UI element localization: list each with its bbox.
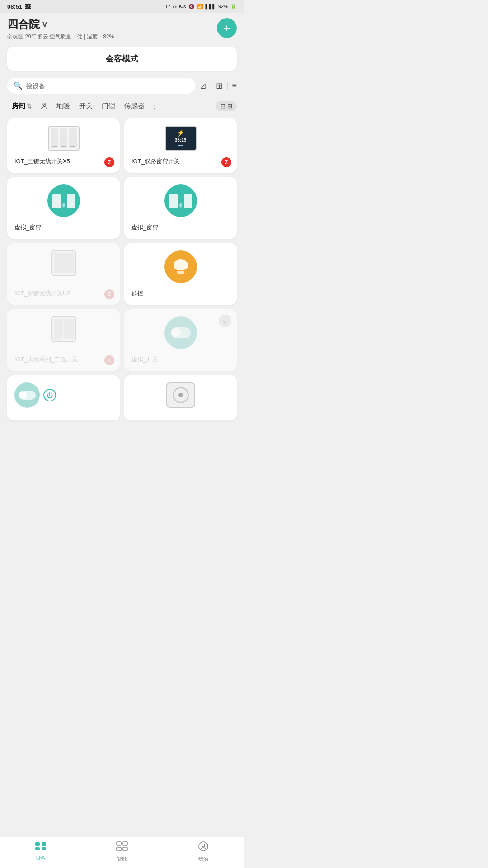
zigbee-badge-7: Z [104, 355, 114, 365]
zigbee-icon-5: Z [108, 292, 111, 297]
toggle-icon-9 [14, 382, 40, 408]
home-name-label: 四合院 [7, 17, 40, 32]
device-card-4[interactable]: 虚拟_窗帘 [124, 177, 237, 239]
sort-icon: ⇅ [27, 103, 32, 109]
layers-icon: ⊡ [221, 103, 225, 109]
add-device-button[interactable]: + [217, 18, 237, 38]
device-name-5: IOT_双键无线开关U2 [14, 289, 113, 297]
device-icon-area-2: ⚡ 33:19 ━━ [131, 126, 230, 151]
tab-more[interactable]: : [149, 100, 160, 112]
device-name-8: 虚拟_开关 [131, 355, 230, 363]
device-name-4: 虚拟_窗帘 [131, 223, 230, 231]
device-card-1[interactable]: IOT_三键无线开关X5 Z [7, 118, 120, 173]
zigbee-icon-1: Z [108, 160, 111, 165]
device-icon-area-3 [14, 184, 113, 217]
device-card-10-partial[interactable] [124, 375, 237, 420]
search-input[interactable] [26, 82, 189, 90]
device-name-2: IOT_双路窗帘开关 [131, 157, 230, 165]
device-icon-area-10 [131, 382, 230, 408]
curtain-icon-3 [47, 184, 80, 217]
curtain-icon-4 [164, 184, 197, 217]
tab-room[interactable]: 房间 ⇅ [7, 100, 36, 112]
face-icon: ☺ [222, 318, 228, 324]
lamp-icon-6 [164, 250, 197, 283]
power-icon: ⏻ [43, 389, 56, 401]
device-card-8[interactable]: ☺ 虚拟_开关 [124, 309, 237, 371]
zigbee-badge-2: Z [221, 157, 231, 167]
weather-info: 余杭区 29℃ 多云 空气质量：优 | 湿度：82% [7, 33, 114, 41]
device-card-9-partial[interactable]: ⏻ [7, 375, 120, 420]
device-name-7: IOT_天际系列_二位开关 [14, 355, 113, 363]
list-view-icon[interactable]: ≡ [232, 81, 237, 90]
status-right: 17.76 K/s 🔇 📶 ▌▌▌ 92% 🔋 [165, 4, 237, 9]
filter-tabs: 房间 ⇅ 风 地暖 开关 门锁 传感器 : ⊡ ⊞ [0, 97, 244, 115]
device-card-7[interactable]: IOT_天际系列_二位开关 Z [7, 309, 120, 371]
guest-mode-button[interactable]: 会客模式 [7, 47, 237, 71]
search-icon: 🔍 [14, 81, 23, 90]
tab-switch[interactable]: 开关 [75, 100, 97, 112]
plus-icon: + [223, 22, 230, 34]
zigbee-badge-5: Z [104, 289, 114, 299]
filter-icon[interactable]: ⊿ [200, 81, 206, 91]
tab-sensor[interactable]: 传感器 [120, 100, 149, 112]
device-card-5[interactable]: IOT_双键无线开关U2 Z [7, 243, 120, 305]
zigbee-badge-1: Z [104, 157, 114, 167]
header: 四合院 ∨ 余杭区 29℃ 多云 空气质量：优 | 湿度：82% + [0, 13, 244, 43]
dial-icon [166, 382, 195, 408]
device-icon-area-6 [131, 250, 230, 283]
switch2b-icon [51, 316, 76, 342]
tab-lock[interactable]: 门锁 [97, 100, 120, 112]
toggle-icon-8 [164, 316, 197, 349]
device-name-1: IOT_三键无线开关X5 [14, 157, 113, 165]
switch2-icon [51, 250, 76, 276]
device-icon-area-7 [14, 316, 113, 342]
search-section: 🔍 ⊿ | ⊞ | ≡ [0, 74, 244, 97]
chevron-down-icon: ∨ [42, 19, 47, 29]
device-card-2[interactable]: ⚡ 33:19 ━━ IOT_双路窗帘开关 Z [124, 118, 237, 173]
zigbee-icon-2: Z [225, 160, 228, 165]
header-left: 四合院 ∨ 余杭区 29℃ 多云 空气质量：优 | 湿度：82% [7, 17, 114, 41]
tab-fan[interactable]: 风 [36, 100, 52, 112]
extra-icon-8: ☺ [219, 315, 231, 327]
device-name-6: 群控 [131, 289, 230, 297]
device-icon-area-5 [14, 250, 113, 276]
switch3-icon [48, 126, 80, 151]
device-icon-area-4 [131, 184, 230, 217]
device-grid: IOT_三键无线开关X5 Z ⚡ 33:19 ━━ IOT_双路窗帘开关 Z [0, 115, 244, 457]
layer-button[interactable]: ⊡ ⊞ [216, 101, 237, 111]
search-bar[interactable]: 🔍 [7, 78, 195, 94]
device-card-6[interactable]: 群控 [124, 243, 237, 305]
grid-view-icon[interactable]: ⊞ [216, 81, 223, 91]
zigbee-icon-7: Z [108, 358, 111, 363]
status-bar: 08:51 🖼 17.76 K/s 🔇 📶 ▌▌▌ 92% 🔋 [0, 0, 244, 13]
toolbar-icons: ⊿ | ⊞ | ≡ [200, 81, 237, 91]
device-icon-area-8 [131, 316, 230, 349]
device-card-3[interactable]: 虚拟_窗帘 [7, 177, 120, 239]
screen-icon: ⚡ 33:19 ━━ [165, 126, 197, 151]
device-icon-area-1 [14, 126, 113, 151]
device-name-3: 虚拟_窗帘 [14, 223, 113, 231]
tab-floor-heat[interactable]: 地暖 [52, 100, 75, 112]
status-time: 08:51 🖼 [7, 3, 31, 10]
mode-section: 会客模式 [0, 43, 244, 74]
home-title[interactable]: 四合院 ∨ [7, 17, 114, 32]
